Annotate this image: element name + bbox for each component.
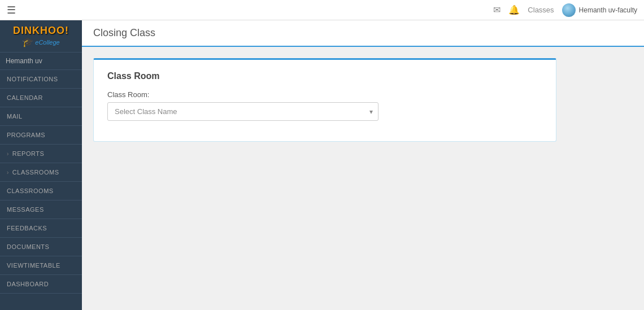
sidebar-item-notifications-label: NOTIFICATIONS <box>7 76 58 82</box>
sidebar-item-messages-label: MESSAGES <box>7 206 44 213</box>
logo-sub: eCollege <box>35 39 59 46</box>
page-title: Closing Class <box>93 27 633 39</box>
page-title-bar: Closing Class <box>82 20 644 47</box>
sidebar-item-dashboard[interactable]: Dashboard <box>0 275 82 294</box>
card-title: Class Room <box>107 71 542 81</box>
user-info[interactable]: Hemanth uv-faculty <box>562 3 637 17</box>
class-room-label: Class Room: <box>107 90 542 99</box>
sidebar-item-calendar-label: CALENDAR <box>7 94 43 101</box>
class-name-select[interactable]: Select Class Name <box>107 102 378 121</box>
hamburger-icon[interactable]: ☰ <box>7 4 16 16</box>
graduation-icon: 🎓 <box>22 37 33 47</box>
bell-icon-button[interactable]: 🔔 <box>508 5 520 15</box>
select-wrapper: Select Class Name ▾ <box>107 102 378 121</box>
logo-area: DINKHOO! 🎓 eCollege <box>0 20 82 53</box>
avatar <box>562 3 576 17</box>
sidebar-item-viewtimetable[interactable]: ViewTimeTable <box>0 256 82 275</box>
sidebar-item-reports[interactable]: › REPORTS <box>0 145 82 163</box>
sidebar-item-feedbacks-label: FEEDBACKS <box>7 225 47 232</box>
chevron-right-icon: › <box>7 151 9 157</box>
mail-icon: ✉ <box>493 5 501 15</box>
sidebar-item-reports-label: REPORTS <box>12 150 44 157</box>
top-header: ☰ ✉ 🔔 Classes Hemanth uv-faculty <box>0 0 644 20</box>
header-right: ✉ 🔔 Classes Hemanth uv-faculty <box>493 3 637 17</box>
main-content: Closing Class Class Room Class Room: Sel… <box>82 20 644 310</box>
sidebar-item-programs[interactable]: PROGRAMS <box>0 126 82 145</box>
classes-link[interactable]: Classes <box>528 6 554 14</box>
sidebar-item-calendar[interactable]: CALENDAR <box>0 89 82 107</box>
class-room-form-group: Class Room: Select Class Name ▾ <box>107 90 542 121</box>
sidebar-item-notifications[interactable]: NOTIFICATIONS <box>0 70 82 89</box>
bell-icon: 🔔 <box>508 5 520 15</box>
classroom-card: Class Room Class Room: Select Class Name… <box>93 58 556 142</box>
sidebar-item-mail-label: MAIL <box>7 113 23 120</box>
sidebar-item-dashboard-label: Dashboard <box>7 281 49 287</box>
sidebar-item-messages[interactable]: MESSAGES <box>0 200 82 219</box>
layout: DINKHOO! 🎓 eCollege Hemanth uv NOTIFICAT… <box>0 20 644 310</box>
sidebar-item-documents-label: DOCUMENTS <box>7 243 49 250</box>
user-name-label: Hemanth uv-faculty <box>579 6 637 14</box>
sidebar-item-feedbacks[interactable]: FEEDBACKS <box>0 219 82 238</box>
header-left: ☰ <box>7 4 16 16</box>
sidebar-item-classrooms-sub[interactable]: › CLASSROOMS <box>0 163 82 182</box>
mail-icon-button[interactable]: ✉ <box>493 5 501 15</box>
logo-brand: DINKHOO! <box>13 25 69 37</box>
sidebar-item-documents[interactable]: DOCUMENTS <box>0 238 82 256</box>
chevron-right-icon-2: › <box>7 169 9 176</box>
sidebar-item-classrooms-label: CLASSROOMS <box>7 187 54 194</box>
sidebar-item-mail[interactable]: MAIL <box>0 107 82 126</box>
sidebar-item-classrooms[interactable]: CLASSROOMS <box>0 182 82 200</box>
sidebar: DINKHOO! 🎓 eCollege Hemanth uv NOTIFICAT… <box>0 20 82 310</box>
sidebar-item-classrooms-sub-label: CLASSROOMS <box>12 169 59 176</box>
user-greeting: Hemanth uv <box>0 53 82 70</box>
content-area: Class Room Class Room: Select Class Name… <box>82 47 644 310</box>
sidebar-item-programs-label: PROGRAMS <box>7 132 45 138</box>
sidebar-item-viewtimetable-label: ViewTimeTable <box>7 262 60 269</box>
